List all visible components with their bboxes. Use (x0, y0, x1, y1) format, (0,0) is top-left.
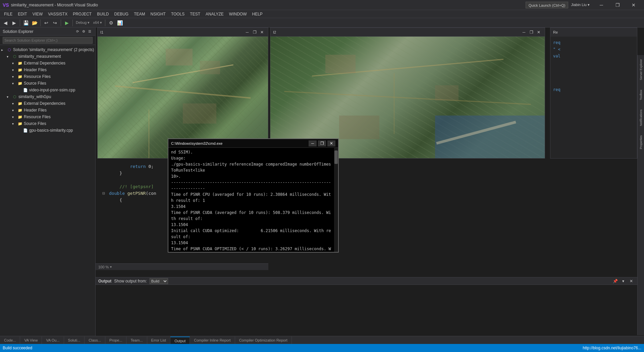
tree-item[interactable]: ▾ 📁 Resource Files (0, 114, 95, 120)
tree-item[interactable]: 📄 gpu-basics-similarity.cpp (0, 127, 95, 134)
menu-help[interactable]: HELP (249, 10, 265, 18)
menu-test[interactable]: TEST (187, 10, 203, 18)
tab-code[interactable]: Code... (0, 337, 20, 344)
partial-code-line2: " < (553, 46, 634, 53)
close-button[interactable]: ✕ (626, 0, 641, 10)
tree-label: gpu-basics-similarity.cpp (29, 128, 73, 133)
output-close[interactable]: ✕ (628, 278, 635, 284)
toolbar-redo[interactable]: ↪ (51, 19, 59, 27)
tree-item[interactable]: ▾ 📁 Source Files (0, 80, 95, 87)
sidebar-notifications[interactable]: Notifications (639, 108, 643, 127)
tab-solution[interactable]: Soluti... (64, 337, 85, 344)
sidebar-preview[interactable]: ☰ (87, 29, 93, 35)
cmd-scroll-thumb[interactable] (334, 150, 338, 164)
tab-team[interactable]: Team... (126, 337, 147, 344)
output-pin[interactable]: 📌 (612, 278, 619, 284)
img-win2-close[interactable]: ✕ (535, 29, 542, 36)
sidebar-properties[interactable]: Properties (639, 134, 643, 150)
sidebar-server-explorer[interactable]: Server Explorer (639, 58, 643, 82)
menu-nsight[interactable]: NSIGHT (148, 10, 168, 18)
tab-output[interactable]: Output (170, 337, 190, 344)
image-window-2-controls[interactable]: ─ ❐ ✕ (521, 29, 542, 36)
toolbar-attach[interactable]: ⚙ (107, 19, 115, 27)
image-window-1-titlebar: I1 ─ ❐ ✕ (98, 28, 268, 37)
img-win1-close[interactable]: ✕ (259, 29, 265, 36)
sidebar-toolbox[interactable]: Toolbox (639, 88, 643, 101)
cmd-titlebar: C:\Windows\system32\cmd.exe ─ ❐ ✕ (168, 139, 338, 148)
toolbar-open[interactable]: 📂 (31, 19, 39, 27)
tree-arrow: ▸ (1, 48, 7, 52)
tree-arrow: ▾ (12, 61, 17, 65)
tree-item[interactable]: ▸ ⬡ Solution 'similarity_measurement' (2… (0, 46, 95, 53)
output-controls[interactable]: 📌 ▾ ✕ (612, 278, 635, 284)
tree-label: similarity_withGpu (18, 94, 51, 99)
tree-label: similarity_measurement (18, 54, 61, 59)
img-win2-maximize[interactable]: ❐ (528, 29, 535, 36)
tree-arrow: ▾ (7, 95, 12, 99)
cmd-controls[interactable]: ─ ❐ ✕ (309, 140, 335, 146)
menu-window[interactable]: WINDOW (226, 10, 250, 18)
restore-button[interactable]: ❐ (610, 0, 625, 10)
menu-project[interactable]: PROJECT (70, 10, 94, 18)
window-controls[interactable]: ─ ❐ ✕ (594, 0, 641, 10)
toolbar-back[interactable]: ◀ (1, 19, 9, 27)
cmd-title: C:\Windows\system32\cmd.exe (171, 141, 222, 145)
menu-view[interactable]: VIEW (30, 10, 46, 18)
menu-build[interactable]: BUILD (94, 10, 111, 18)
tree-item[interactable]: ▾ 📁 External Dependencies (0, 100, 95, 107)
tree-icon: 📁 (17, 114, 23, 120)
cmd-minimize[interactable]: ─ (309, 140, 317, 146)
tab-compiler-inline[interactable]: Compiler Inline Report (190, 337, 235, 344)
menu-vassistx[interactable]: VASSISTX (45, 10, 70, 18)
tab-class[interactable]: Class... (85, 337, 105, 344)
minimize-button[interactable]: ─ (594, 0, 609, 10)
tab-compiler-opt[interactable]: Compiler Optimization Report (235, 337, 292, 344)
tab-error-list[interactable]: Error List (147, 337, 171, 344)
cmd-line: Time of PSNR CPU (averaged for 10 runs):… (171, 191, 331, 204)
sidebar-search-input[interactable] (3, 37, 93, 44)
menu-analyze[interactable]: ANALYZE (203, 10, 226, 18)
cmd-line: Initial call CUDA optimized: 6.21506 mil… (171, 228, 331, 240)
cmd-line: 3.1504 (171, 204, 331, 210)
tab-va-view[interactable]: VA View (20, 337, 42, 344)
tree-label: video-input-psnr-ssim.cpp (29, 88, 75, 92)
tree-item[interactable]: 📄 video-input-psnr-ssim.cpp (0, 87, 95, 93)
cmd-maximize[interactable]: ❐ (318, 140, 326, 146)
tab-properties[interactable]: Prope... (105, 337, 127, 344)
image-window-2-title: I2 (273, 30, 276, 34)
toolbar-debug-start[interactable]: ▶ (63, 19, 71, 27)
partial-window-right: Re req " < val req (550, 28, 637, 159)
output-collapse[interactable]: ▾ (620, 278, 627, 284)
toolbar-forward[interactable]: ▶ (10, 19, 18, 27)
tree-item[interactable]: ▾ 📁 Header Files (0, 67, 95, 73)
tree-item[interactable]: ▾ 📁 Source Files (0, 120, 95, 127)
menu-team[interactable]: TEAM (131, 10, 148, 18)
img-win1-maximize[interactable]: ❐ (251, 29, 258, 36)
sidebar-sync[interactable]: ⟳ (74, 29, 80, 35)
cmd-scrollbar[interactable] (334, 148, 338, 252)
sidebar-tree: ▸ ⬡ Solution 'similarity_measurement' (2… (0, 45, 95, 352)
image-window-1-controls[interactable]: ─ ❐ ✕ (244, 29, 265, 36)
toolbar-perf[interactable]: 📊 (116, 19, 124, 27)
tree-icon: 📁 (17, 121, 23, 126)
zoom-dropdown[interactable]: ▾ (110, 265, 112, 269)
partial-code-line1: req (553, 39, 634, 46)
toolbar-undo[interactable]: ↩ (42, 19, 50, 27)
menu-debug[interactable]: DEBUG (112, 10, 131, 18)
menu-tools[interactable]: TOOLS (168, 10, 187, 18)
sidebar-props[interactable]: ⚙ (80, 29, 87, 35)
menu-file[interactable]: FILE (1, 10, 15, 18)
img-win1-minimize[interactable]: ─ (244, 29, 251, 36)
tree-item[interactable]: ▾ 📁 External Dependencies (0, 60, 95, 67)
tab-va-ou[interactable]: VA Ou... (42, 337, 64, 344)
tree-item[interactable]: ▾ ⬡ similarity_measurement (0, 53, 95, 60)
cmd-close[interactable]: ✕ (327, 140, 335, 146)
output-source-select[interactable]: Build Debug (150, 278, 168, 284)
tree-item[interactable]: ▾ ⬡ similarity_withGpu (0, 93, 95, 100)
tree-item[interactable]: ▾ 📁 Header Files (0, 107, 95, 114)
menu-edit[interactable]: EDIT (15, 10, 30, 18)
img-win2-minimize[interactable]: ─ (521, 29, 527, 36)
tree-item[interactable]: ▾ 📁 Resource Files (0, 73, 95, 80)
toolbar-save[interactable]: 💾 (22, 19, 30, 27)
cmd-line: ./gpu-basics-similarity referenceImage c… (171, 161, 331, 173)
